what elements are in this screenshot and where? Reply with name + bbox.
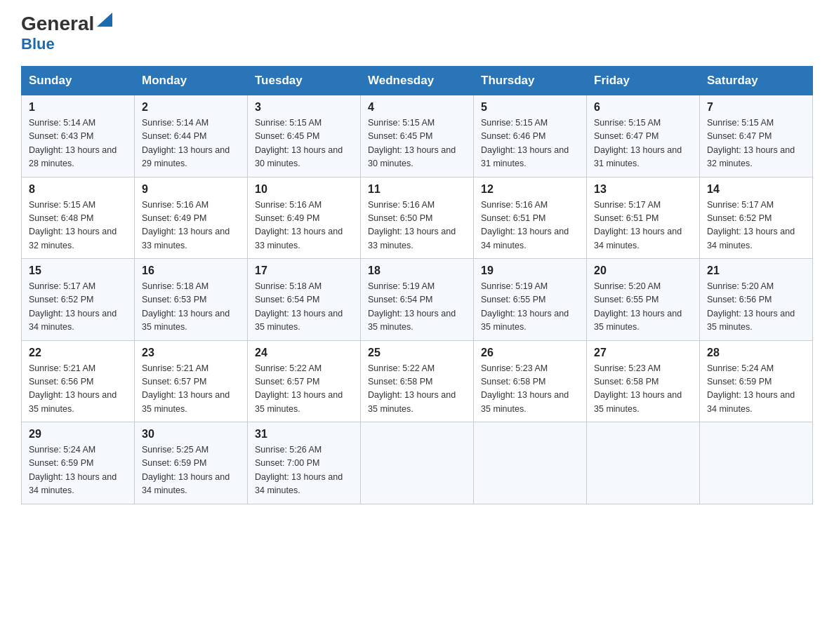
calendar-cell: 31 Sunrise: 5:26 AMSunset: 7:00 PMDaylig… — [248, 422, 361, 504]
day-info: Sunrise: 5:21 AMSunset: 6:56 PMDaylight:… — [29, 362, 127, 417]
day-number: 24 — [255, 347, 353, 359]
day-number: 23 — [142, 347, 240, 359]
calendar-cell: 24 Sunrise: 5:22 AMSunset: 6:57 PMDaylig… — [248, 340, 361, 422]
weekday-header-monday: Monday — [135, 67, 248, 95]
day-info: Sunrise: 5:19 AMSunset: 6:54 PMDaylight:… — [368, 280, 466, 335]
logo: General Blue — [21, 14, 112, 53]
weekday-header-sunday: Sunday — [22, 67, 135, 95]
day-number: 30 — [142, 428, 240, 441]
calendar-cell: 16 Sunrise: 5:18 AMSunset: 6:53 PMDaylig… — [135, 259, 248, 341]
calendar-cell: 3 Sunrise: 5:15 AMSunset: 6:45 PMDayligh… — [248, 95, 361, 177]
day-info: Sunrise: 5:15 AMSunset: 6:45 PMDaylight:… — [255, 116, 353, 171]
calendar-cell: 27 Sunrise: 5:23 AMSunset: 6:58 PMDaylig… — [587, 340, 700, 422]
day-number: 21 — [707, 264, 805, 277]
calendar-body: 1 Sunrise: 5:14 AMSunset: 6:43 PMDayligh… — [22, 95, 813, 504]
calendar-cell: 25 Sunrise: 5:22 AMSunset: 6:58 PMDaylig… — [361, 340, 474, 422]
day-info: Sunrise: 5:24 AMSunset: 6:59 PMDaylight:… — [29, 443, 127, 498]
calendar-cell: 8 Sunrise: 5:15 AMSunset: 6:48 PMDayligh… — [22, 177, 135, 259]
day-number: 8 — [29, 183, 127, 196]
logo-blue: Blue — [21, 35, 55, 53]
calendar-cell: 7 Sunrise: 5:15 AMSunset: 6:47 PMDayligh… — [700, 95, 813, 177]
calendar-cell: 26 Sunrise: 5:23 AMSunset: 6:58 PMDaylig… — [474, 340, 587, 422]
weekday-header-thursday: Thursday — [474, 67, 587, 95]
day-number: 9 — [142, 183, 240, 196]
day-number: 10 — [255, 183, 353, 196]
day-number: 1 — [29, 101, 127, 114]
day-info: Sunrise: 5:17 AMSunset: 6:52 PMDaylight:… — [29, 280, 127, 335]
day-number: 22 — [29, 347, 127, 359]
day-info: Sunrise: 5:15 AMSunset: 6:47 PMDaylight:… — [594, 116, 692, 171]
calendar-cell: 11 Sunrise: 5:16 AMSunset: 6:50 PMDaylig… — [361, 177, 474, 259]
day-number: 12 — [481, 183, 579, 196]
calendar-cell: 6 Sunrise: 5:15 AMSunset: 6:47 PMDayligh… — [587, 95, 700, 177]
day-info: Sunrise: 5:24 AMSunset: 6:59 PMDaylight:… — [707, 362, 805, 417]
day-info: Sunrise: 5:14 AMSunset: 6:44 PMDaylight:… — [142, 116, 240, 171]
day-number: 26 — [481, 347, 579, 359]
day-number: 5 — [481, 101, 579, 114]
day-number: 15 — [29, 264, 127, 277]
day-info: Sunrise: 5:15 AMSunset: 6:48 PMDaylight:… — [29, 199, 127, 253]
day-number: 2 — [142, 101, 240, 114]
day-info: Sunrise: 5:22 AMSunset: 6:57 PMDaylight:… — [255, 362, 353, 417]
calendar-cell: 20 Sunrise: 5:20 AMSunset: 6:55 PMDaylig… — [587, 259, 700, 341]
calendar-cell — [700, 422, 813, 504]
calendar-cell: 23 Sunrise: 5:21 AMSunset: 6:57 PMDaylig… — [135, 340, 248, 422]
calendar-cell: 21 Sunrise: 5:20 AMSunset: 6:56 PMDaylig… — [700, 259, 813, 341]
day-number: 7 — [707, 101, 805, 114]
calendar-week-row: 1 Sunrise: 5:14 AMSunset: 6:43 PMDayligh… — [22, 95, 813, 177]
day-info: Sunrise: 5:17 AMSunset: 6:51 PMDaylight:… — [594, 199, 692, 253]
day-info: Sunrise: 5:23 AMSunset: 6:58 PMDaylight:… — [594, 362, 692, 417]
calendar-cell: 4 Sunrise: 5:15 AMSunset: 6:45 PMDayligh… — [361, 95, 474, 177]
calendar-cell: 9 Sunrise: 5:16 AMSunset: 6:49 PMDayligh… — [135, 177, 248, 259]
calendar-week-row: 8 Sunrise: 5:15 AMSunset: 6:48 PMDayligh… — [22, 177, 813, 259]
calendar-cell: 5 Sunrise: 5:15 AMSunset: 6:46 PMDayligh… — [474, 95, 587, 177]
day-info: Sunrise: 5:18 AMSunset: 6:53 PMDaylight:… — [142, 280, 240, 335]
calendar-cell — [361, 422, 474, 504]
calendar-week-row: 29 Sunrise: 5:24 AMSunset: 6:59 PMDaylig… — [22, 422, 813, 504]
calendar-cell: 22 Sunrise: 5:21 AMSunset: 6:56 PMDaylig… — [22, 340, 135, 422]
svg-marker-0 — [97, 13, 112, 27]
calendar-cell: 19 Sunrise: 5:19 AMSunset: 6:55 PMDaylig… — [474, 259, 587, 341]
calendar-cell — [587, 422, 700, 504]
calendar-cell: 30 Sunrise: 5:25 AMSunset: 6:59 PMDaylig… — [135, 422, 248, 504]
day-info: Sunrise: 5:25 AMSunset: 6:59 PMDaylight:… — [142, 443, 240, 498]
day-info: Sunrise: 5:18 AMSunset: 6:54 PMDaylight:… — [255, 280, 353, 335]
calendar-cell: 10 Sunrise: 5:16 AMSunset: 6:49 PMDaylig… — [248, 177, 361, 259]
calendar-cell: 13 Sunrise: 5:17 AMSunset: 6:51 PMDaylig… — [587, 177, 700, 259]
day-number: 20 — [594, 264, 692, 277]
day-number: 17 — [255, 264, 353, 277]
day-number: 27 — [594, 347, 692, 359]
logo-triangle-icon — [97, 13, 112, 27]
day-number: 13 — [594, 183, 692, 196]
day-number: 16 — [142, 264, 240, 277]
calendar-cell: 28 Sunrise: 5:24 AMSunset: 6:59 PMDaylig… — [700, 340, 813, 422]
day-info: Sunrise: 5:26 AMSunset: 7:00 PMDaylight:… — [255, 443, 353, 498]
calendar-cell: 15 Sunrise: 5:17 AMSunset: 6:52 PMDaylig… — [22, 259, 135, 341]
calendar-cell: 18 Sunrise: 5:19 AMSunset: 6:54 PMDaylig… — [361, 259, 474, 341]
weekday-header-tuesday: Tuesday — [248, 67, 361, 95]
calendar-week-row: 22 Sunrise: 5:21 AMSunset: 6:56 PMDaylig… — [22, 340, 813, 422]
weekday-header-saturday: Saturday — [700, 67, 813, 95]
day-number: 31 — [255, 428, 353, 441]
day-number: 14 — [707, 183, 805, 196]
day-number: 18 — [368, 264, 466, 277]
day-info: Sunrise: 5:23 AMSunset: 6:58 PMDaylight:… — [481, 362, 579, 417]
calendar-cell: 17 Sunrise: 5:18 AMSunset: 6:54 PMDaylig… — [248, 259, 361, 341]
calendar-cell: 1 Sunrise: 5:14 AMSunset: 6:43 PMDayligh… — [22, 95, 135, 177]
weekday-header-friday: Friday — [587, 67, 700, 95]
day-info: Sunrise: 5:15 AMSunset: 6:45 PMDaylight:… — [368, 116, 466, 171]
day-info: Sunrise: 5:19 AMSunset: 6:55 PMDaylight:… — [481, 280, 579, 335]
day-info: Sunrise: 5:14 AMSunset: 6:43 PMDaylight:… — [29, 116, 127, 171]
day-number: 4 — [368, 101, 466, 114]
calendar-cell: 14 Sunrise: 5:17 AMSunset: 6:52 PMDaylig… — [700, 177, 813, 259]
calendar-week-row: 15 Sunrise: 5:17 AMSunset: 6:52 PMDaylig… — [22, 259, 813, 341]
day-number: 29 — [29, 428, 127, 441]
weekday-header-row: SundayMondayTuesdayWednesdayThursdayFrid… — [22, 67, 813, 95]
day-info: Sunrise: 5:20 AMSunset: 6:55 PMDaylight:… — [594, 280, 692, 335]
day-info: Sunrise: 5:17 AMSunset: 6:52 PMDaylight:… — [707, 199, 805, 253]
day-number: 11 — [368, 183, 466, 196]
weekday-header-wednesday: Wednesday — [361, 67, 474, 95]
day-info: Sunrise: 5:16 AMSunset: 6:51 PMDaylight:… — [481, 199, 579, 253]
day-number: 28 — [707, 347, 805, 359]
day-info: Sunrise: 5:22 AMSunset: 6:58 PMDaylight:… — [368, 362, 466, 417]
